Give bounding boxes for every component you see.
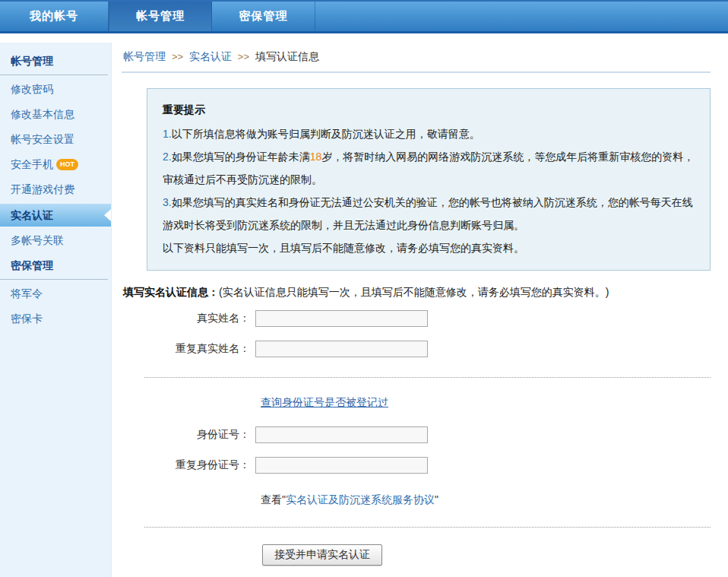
sidebar-item-label: 实名认证	[11, 209, 53, 221]
id-number-label: 身份证号：	[122, 428, 255, 442]
check-id-registered-link[interactable]: 查询身份证号是否被登记过	[261, 396, 388, 408]
breadcrumb-separator: >>	[172, 51, 183, 62]
sidebar-item-real-name-verification[interactable]: 实名认证	[0, 204, 111, 227]
id-check-row: 查询身份证号是否被登记过	[261, 396, 711, 410]
breadcrumb: 帐号管理 >> 实名认证 >> 填写认证信息	[122, 43, 711, 71]
form-row-repeat-id-number: 重复身份证号：	[122, 457, 711, 474]
real-name-label: 真实姓名：	[122, 312, 255, 325]
content-row: 帐号管理 修改密码 修改基本信息 帐号安全设置 安全手机HOT 开通游戏付费 实…	[0, 33, 728, 577]
top-navigation: 我的帐号 帐号管理 密保管理	[0, 0, 728, 33]
hot-badge: HOT	[56, 159, 78, 170]
notice-title: 重要提示	[163, 98, 695, 121]
nav-tab-my-account[interactable]: 我的帐号	[0, 2, 109, 31]
id-number-input[interactable]	[255, 426, 428, 443]
main-content: 帐号管理 >> 实名认证 >> 填写认证信息 重要提示 1.以下所填信息将做为账…	[112, 43, 728, 577]
sidebar-item-general-token[interactable]: 将军令	[0, 281, 111, 306]
form-row-repeat-real-name: 重复真实姓名：	[122, 341, 711, 357]
agreement-prefix: 查看	[261, 493, 282, 506]
agreement-row: 查看"实名认证及防沉迷系统服务协议"	[261, 493, 711, 507]
repeat-id-number-input[interactable]	[255, 457, 428, 474]
repeat-id-number-label: 重复身份证号：	[122, 458, 255, 472]
nav-tab-security-management[interactable]: 密保管理	[212, 2, 315, 31]
breadcrumb-link-account-management[interactable]: 帐号管理	[123, 50, 166, 62]
sidebar-item-account-security-settings[interactable]: 帐号安全设置	[0, 127, 111, 152]
repeat-real-name-label: 重复真实姓名：	[122, 342, 255, 356]
form-divider-1	[144, 377, 711, 378]
sidebar-item-security-card[interactable]: 密保卡	[0, 306, 111, 331]
notice-line-2: 2.如果您填写的身份证年龄未满18岁，将暂时纳入网易的网络游戏防沉迷系统，等您成…	[163, 145, 695, 191]
form-heading-note: (实名认证信息只能填写一次，且填写后不能随意修改，请务必填写您的真实资料。)	[219, 286, 609, 298]
form-row-real-name: 真实姓名：	[122, 310, 711, 327]
form-row-id-number: 身份证号：	[122, 426, 711, 443]
breadcrumb-current: 填写认证信息	[255, 50, 319, 62]
submit-row: 接受并申请实名认证	[262, 544, 711, 566]
real-name-form: 真实姓名： 重复真实姓名： 查询身份证号是否被登记过 身份证号： 重复身份证号：	[122, 310, 711, 566]
agreement-close-quote: "	[435, 493, 438, 506]
sidebar: 帐号管理 修改密码 修改基本信息 帐号安全设置 安全手机HOT 开通游戏付费 实…	[0, 43, 112, 577]
sidebar-item-label: 安全手机	[11, 158, 53, 170]
notice-line-4: 以下资料只能填写一次，且填写后不能随意修改，请务必填写您的真实资料。	[163, 236, 695, 259]
nav-tab-account-management[interactable]: 帐号管理	[109, 2, 212, 31]
accept-and-apply-button[interactable]: 接受并申请实名认证	[262, 544, 382, 566]
important-notice-box: 重要提示 1.以下所填信息将做为账号归属判断及防沉迷认证之用，敬请留意。 2.如…	[147, 88, 711, 271]
form-section-heading: 填写实名认证信息：(实名认证信息只能填写一次，且填写后不能随意修改，请务必填写您…	[123, 286, 711, 300]
breadcrumb-separator: >>	[238, 51, 249, 62]
sidebar-item-change-password[interactable]: 修改密码	[0, 77, 111, 102]
sidebar-header-account-management: 帐号管理	[0, 49, 108, 75]
notice-line-1: 1.以下所填信息将做为账号归属判断及防沉迷认证之用，敬请留意。	[163, 122, 695, 145]
repeat-real-name-input[interactable]	[255, 341, 428, 357]
sidebar-item-security-phone[interactable]: 安全手机HOT	[0, 152, 111, 177]
selected-arrow-icon	[104, 209, 111, 221]
sidebar-item-multi-account-link[interactable]: 多帐号关联	[0, 228, 111, 253]
sidebar-item-edit-basic-info[interactable]: 修改基本信息	[0, 102, 111, 127]
breadcrumb-link-real-name-verification[interactable]: 实名认证	[189, 50, 232, 62]
real-name-input[interactable]	[255, 310, 428, 327]
agreement-link[interactable]: 实名认证及防沉迷系统服务协议	[286, 493, 435, 506]
form-heading-title: 填写实名认证信息：	[123, 286, 219, 298]
form-divider-2	[144, 527, 711, 528]
notice-line-3: 3.如果您填写的真实姓名和身份证无法通过公安机关的验证，您的帐号也将被纳入防沉迷…	[163, 191, 695, 236]
age-highlight: 18	[310, 151, 322, 163]
sidebar-item-enable-game-payment[interactable]: 开通游戏付费	[0, 177, 111, 202]
breadcrumb-divider	[122, 71, 711, 73]
sidebar-header-security-management: 密保管理	[0, 253, 108, 280]
